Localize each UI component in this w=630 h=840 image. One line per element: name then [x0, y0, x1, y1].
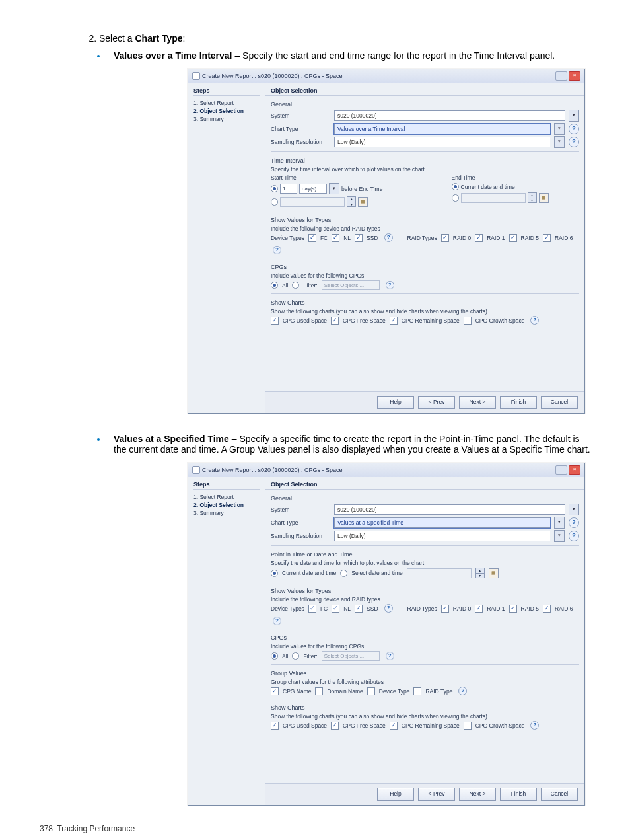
dialog1-titlebar[interactable]: Create New Report : s020 (1000020) : CPG… — [188, 69, 584, 83]
gv-help-icon[interactable]: ? — [458, 687, 467, 695]
select-objects-button[interactable]: Select Objects ... — [322, 651, 380, 661]
help-button[interactable]: Help — [377, 788, 414, 801]
sampling-label: Sampling Resolution — [271, 139, 330, 145]
sc-remaining-checkbox[interactable] — [390, 317, 398, 325]
end-calendar-icon[interactable]: ▦ — [539, 193, 549, 203]
system-dropdown[interactable]: s020 (1000020) — [334, 504, 565, 515]
chart-type-dropdown[interactable]: Values at a Specified Time — [334, 517, 550, 528]
sampling-dropdown-arrow[interactable]: ▾ — [554, 530, 565, 542]
dialog1-title: Create New Report : s020 (1000020) : CPG… — [202, 73, 343, 79]
cpgs-all-radio[interactable] — [271, 652, 278, 660]
sampling-dropdown[interactable]: Low (Daily) — [334, 137, 550, 147]
end-current-radio[interactable] — [452, 183, 459, 190]
help-button[interactable]: Help — [377, 396, 414, 409]
fc-checkbox[interactable] — [308, 234, 316, 242]
gv-raid-checkbox[interactable] — [413, 687, 421, 695]
raid6-checkbox[interactable] — [543, 605, 551, 613]
system-dropdown-arrow[interactable]: ▾ — [569, 504, 579, 515]
finish-button[interactable]: Finish — [500, 396, 537, 409]
sc-free-checkbox[interactable] — [331, 722, 339, 730]
fc-checkbox[interactable] — [308, 605, 316, 613]
prev-button[interactable]: < Prev — [418, 396, 455, 409]
end-date-radio[interactable] — [452, 194, 459, 202]
minimize-button[interactable]: − — [555, 465, 567, 475]
raid5-checkbox[interactable] — [509, 605, 517, 613]
ssd-checkbox[interactable] — [355, 605, 363, 613]
raid1-checkbox[interactable] — [475, 605, 483, 613]
show-values-desc: Include the following device and RAID ty… — [265, 595, 584, 603]
select-objects-button[interactable]: Select Objects ... — [322, 280, 380, 290]
minimize-button[interactable]: − — [555, 71, 567, 81]
sampling-help-icon[interactable]: ? — [569, 531, 579, 541]
raid6-checkbox[interactable] — [543, 234, 551, 242]
pit-current-radio[interactable] — [271, 570, 278, 577]
system-dropdown-arrow[interactable]: ▾ — [569, 110, 579, 122]
start-calendar-icon[interactable]: ▦ — [358, 197, 368, 207]
raid5-checkbox[interactable] — [509, 234, 517, 242]
start-unit-dropdown[interactable]: day(s) — [299, 184, 327, 194]
dialog2-titlebar[interactable]: Create New Report : s020 (1000020) : CPG… — [188, 463, 584, 477]
sc-remaining-checkbox[interactable] — [390, 722, 398, 730]
chart-type-dropdown-arrow[interactable]: ▾ — [554, 123, 565, 135]
cpgs-help-icon[interactable]: ? — [386, 652, 394, 660]
chart-type-dropdown-arrow[interactable]: ▾ — [554, 517, 565, 529]
start-date-spinner[interactable]: ▴▾ — [347, 196, 356, 207]
step-item-3[interactable]: 3. Summary — [193, 510, 260, 516]
object-selection-header: Object Selection — [265, 83, 584, 96]
start-date-radio[interactable] — [271, 198, 278, 206]
sc-used-checkbox[interactable] — [271, 722, 279, 730]
step-item-1[interactable]: 1. Select Report — [193, 100, 260, 106]
raid0-checkbox[interactable] — [441, 605, 449, 613]
sc-free-checkbox[interactable] — [331, 317, 339, 325]
start-unit-arrow[interactable]: ▾ — [329, 183, 339, 194]
dev-help-icon[interactable]: ? — [384, 233, 393, 242]
sampling-dropdown[interactable]: Low (Daily) — [334, 531, 550, 541]
bullet-1: Values over a Time Interval – Specify th… — [107, 50, 590, 414]
gv-device-checkbox[interactable] — [367, 687, 375, 695]
dev-help-icon[interactable]: ? — [384, 604, 393, 613]
chart-type-help-icon[interactable]: ? — [569, 517, 579, 528]
cancel-button[interactable]: Cancel — [541, 396, 578, 409]
chart-type-dropdown[interactable]: Values over a Time Interval — [334, 124, 550, 134]
sc-free-label: CPG Free Space — [343, 317, 386, 324]
step-item-2[interactable]: 2. Object Selection — [193, 502, 260, 508]
nl-checkbox[interactable] — [332, 234, 339, 242]
end-date-spinner[interactable]: ▴▾ — [528, 192, 537, 203]
cpgs-help-icon[interactable]: ? — [386, 281, 394, 289]
nl-checkbox[interactable] — [332, 605, 339, 613]
sc-help-icon[interactable]: ? — [530, 721, 539, 730]
sampling-help-icon[interactable]: ? — [569, 137, 579, 147]
raid-help-icon[interactable]: ? — [273, 246, 281, 254]
gv-cpg-checkbox[interactable] — [271, 687, 279, 695]
system-dropdown[interactable]: s020 (1000020) — [334, 110, 565, 121]
close-button[interactable]: × — [569, 465, 580, 475]
step-item-1[interactable]: 1. Select Report — [193, 494, 260, 500]
raid-help-icon[interactable]: ? — [273, 617, 281, 625]
cpgs-all-radio[interactable] — [271, 282, 278, 289]
prev-button[interactable]: < Prev — [418, 788, 455, 801]
sc-used-checkbox[interactable] — [271, 317, 279, 325]
cpgs-filter-radio[interactable] — [292, 652, 299, 660]
pit-calendar-icon[interactable]: ▦ — [489, 568, 499, 578]
gv-domain-checkbox[interactable] — [315, 687, 323, 695]
sc-help-icon[interactable]: ? — [530, 316, 539, 325]
cpgs-filter-radio[interactable] — [292, 282, 299, 289]
start-relative-radio[interactable] — [271, 185, 278, 192]
finish-button[interactable]: Finish — [500, 788, 537, 801]
step-item-2[interactable]: 2. Object Selection — [193, 108, 260, 114]
ssd-checkbox[interactable] — [355, 234, 363, 242]
sc-growth-checkbox[interactable] — [464, 317, 472, 325]
start-value-input[interactable]: 1 — [280, 184, 297, 194]
next-button[interactable]: Next > — [459, 396, 496, 409]
pit-select-radio[interactable] — [340, 570, 347, 577]
raid1-checkbox[interactable] — [475, 234, 483, 242]
raid0-checkbox[interactable] — [441, 234, 449, 242]
step-item-3[interactable]: 3. Summary — [193, 116, 260, 122]
next-button[interactable]: Next > — [459, 788, 496, 801]
close-button[interactable]: × — [569, 71, 580, 81]
cancel-button[interactable]: Cancel — [541, 788, 578, 801]
sampling-dropdown-arrow[interactable]: ▾ — [554, 136, 565, 148]
pit-spinner[interactable]: ▴▾ — [475, 568, 485, 578]
chart-type-help-icon[interactable]: ? — [569, 124, 579, 134]
sc-growth-checkbox[interactable] — [464, 722, 472, 730]
